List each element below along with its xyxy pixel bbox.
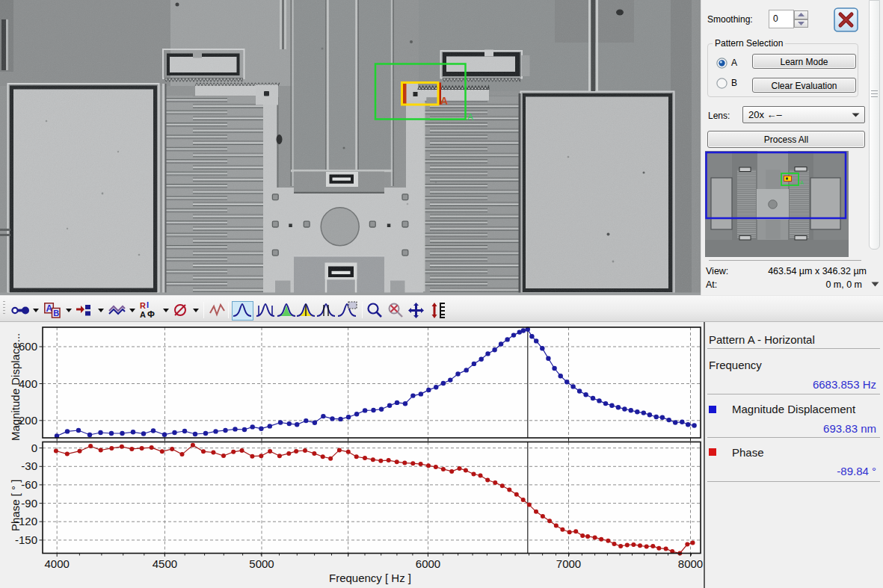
svg-text:Frequency [ Hz ]: Frequency [ Hz ] bbox=[329, 572, 411, 584]
svg-text:A: A bbox=[800, 180, 804, 185]
svg-text:A: A bbox=[467, 112, 473, 123]
svg-text:7000: 7000 bbox=[556, 557, 581, 570]
svg-text:R: R bbox=[140, 301, 146, 310]
svg-text:-150: -150 bbox=[15, 533, 37, 546]
svg-text:Magnitude Displace...: Magnitude Displace... bbox=[9, 333, 22, 441]
svg-text:4500: 4500 bbox=[153, 557, 177, 570]
svg-text:-60: -60 bbox=[21, 478, 37, 491]
svg-text:Phase [ ° ]: Phase [ ° ] bbox=[9, 480, 22, 531]
svg-text:I: I bbox=[147, 301, 149, 309]
svg-text:Φ: Φ bbox=[147, 309, 155, 319]
svg-text:6000: 6000 bbox=[416, 557, 440, 570]
svg-text:A: A bbox=[440, 95, 448, 107]
svg-text:A: A bbox=[140, 310, 146, 319]
svg-text:-90: -90 bbox=[21, 497, 37, 510]
svg-text:-30: -30 bbox=[21, 459, 37, 472]
svg-text:0: 0 bbox=[31, 442, 37, 454]
svg-text:B: B bbox=[53, 309, 59, 318]
svg-text:5000: 5000 bbox=[249, 557, 274, 570]
svg-text:4000: 4000 bbox=[45, 557, 70, 570]
svg-text:8000: 8000 bbox=[678, 557, 703, 570]
